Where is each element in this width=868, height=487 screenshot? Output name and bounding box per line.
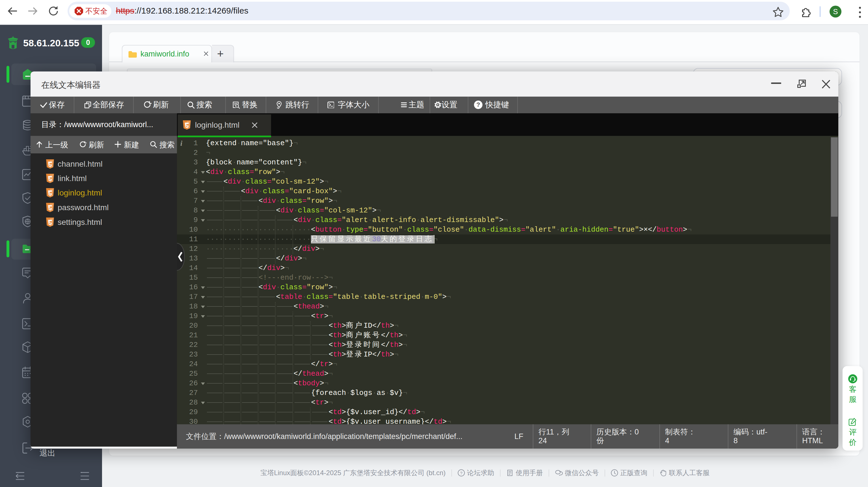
svg-text:?: ?	[476, 101, 480, 108]
svg-text:?: ?	[460, 470, 462, 476]
